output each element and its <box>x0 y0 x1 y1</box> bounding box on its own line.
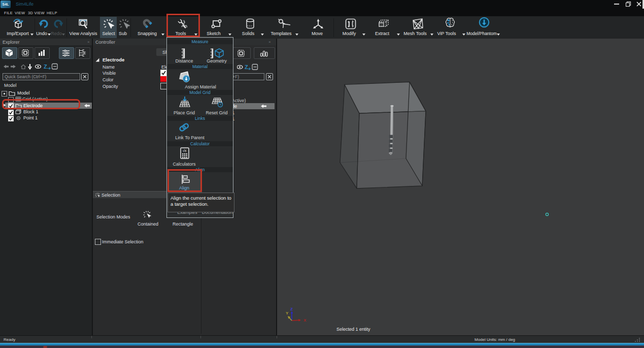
svg-text:Z: Z <box>290 307 293 311</box>
svg-text:Selected 1 entity: Selected 1 entity <box>336 327 370 332</box>
svg-text:Y: Y <box>286 311 289 315</box>
svg-text:X: X <box>303 318 307 323</box>
svg-text:Z: Z <box>245 64 248 70</box>
svg-text:Z: Z <box>44 64 47 70</box>
svg-text:√x: √x <box>183 149 187 152</box>
